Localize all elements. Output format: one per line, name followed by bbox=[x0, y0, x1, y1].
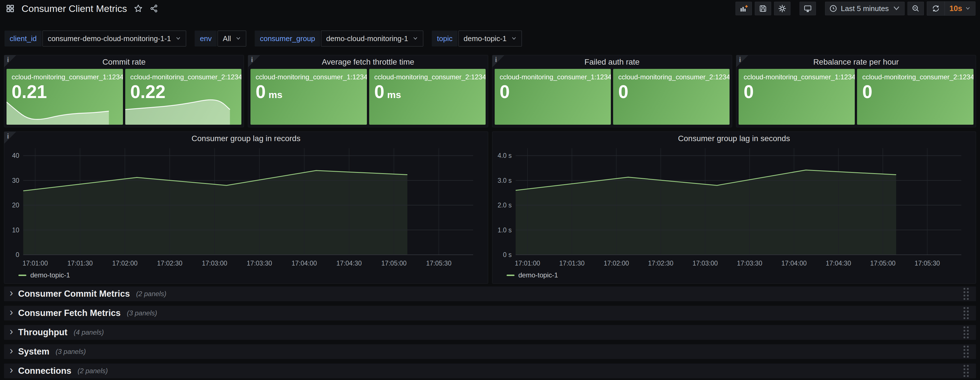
dashboard-row[interactable]: › System (3 panels) bbox=[4, 344, 976, 359]
chevron-right-icon: › bbox=[10, 347, 13, 355]
legend-series-label[interactable]: demo-topic-1 bbox=[30, 271, 70, 279]
save-dashboard-button[interactable] bbox=[755, 2, 771, 15]
zoom-out-icon bbox=[912, 4, 920, 13]
filter-consumer-group: consumer_group demo-cloud-monitoring-1 bbox=[255, 30, 423, 46]
chart-row: i Consumer group lag in records 01020304… bbox=[4, 132, 976, 284]
drag-handle-icon[interactable] bbox=[964, 288, 969, 300]
panel-info-corner[interactable] bbox=[492, 55, 504, 67]
stat-body: ccloud-monitoring_consumer_1:1234 0 cclo… bbox=[492, 69, 732, 127]
stat-tile: ccloud-monitoring_consumer_2:1234 0 ms bbox=[369, 69, 485, 125]
dashboard-row[interactable]: › Connections (2 panels) bbox=[4, 364, 976, 378]
stat-series-name: ccloud-monitoring_consumer_1:1234 bbox=[256, 73, 362, 81]
stat-value-number: 0 bbox=[744, 82, 754, 102]
chevron-right-icon: › bbox=[10, 328, 13, 336]
dashboard-title: Consumer Client Metrics bbox=[22, 3, 127, 14]
drag-handle-icon[interactable] bbox=[964, 365, 969, 377]
panel-header[interactable]: Commit rate bbox=[4, 55, 243, 69]
panel-header[interactable]: Rebalance rate per hour bbox=[737, 55, 976, 69]
dashboard-row[interactable]: › Consumer Commit Metrics (2 panels) bbox=[4, 286, 976, 301]
drag-handle-icon[interactable] bbox=[964, 326, 969, 338]
info-icon[interactable]: i bbox=[495, 56, 497, 64]
panel-title: Rebalance rate per hour bbox=[813, 57, 899, 67]
row-title: Consumer Commit Metrics bbox=[18, 289, 130, 299]
svg-text:17:04:00: 17:04:00 bbox=[781, 259, 807, 267]
filter-value-dropdown[interactable]: All bbox=[218, 30, 246, 46]
panel-info-corner[interactable] bbox=[4, 55, 16, 67]
add-panel-button[interactable] bbox=[735, 2, 752, 15]
svg-text:17:04:00: 17:04:00 bbox=[291, 259, 317, 267]
refresh-group: 10s bbox=[927, 2, 975, 16]
stat-value-number: 0 bbox=[256, 82, 266, 102]
filter-value-dropdown[interactable]: consumer-demo-cloud-monitoring-1-1 bbox=[43, 30, 186, 46]
sparkline bbox=[6, 99, 123, 125]
svg-text:17:05:00: 17:05:00 bbox=[870, 259, 896, 267]
chart-body: 01020304017:01:0017:01:3017:02:0017:02:3… bbox=[4, 145, 488, 283]
filter-value-dropdown[interactable]: demo-topic-1 bbox=[458, 30, 522, 46]
row-panel-count: (2 panels) bbox=[78, 367, 108, 375]
row-panel-count: (4 panels) bbox=[74, 328, 104, 336]
svg-text:17:01:00: 17:01:00 bbox=[22, 259, 48, 267]
panel-header[interactable]: Failed auth rate bbox=[492, 55, 732, 69]
info-icon[interactable]: i bbox=[739, 56, 741, 64]
filter-selected-value: demo-topic-1 bbox=[463, 34, 507, 43]
apps-grid-icon[interactable] bbox=[6, 4, 15, 13]
share-icon[interactable] bbox=[150, 4, 159, 13]
stat-value: 0 bbox=[744, 82, 850, 102]
drag-handle-icon[interactable] bbox=[964, 346, 969, 358]
panel-info-corner[interactable] bbox=[4, 132, 16, 144]
dashboard-settings-button[interactable] bbox=[774, 2, 791, 15]
timeseries-chart[interactable]: 0 s1.0 s2.0 s3.0 s4.0 s17:01:0017:01:301… bbox=[492, 145, 976, 270]
panel-info-corner[interactable] bbox=[737, 55, 748, 67]
stat-tile: ccloud-monitoring_consumer_2:1234 0.22 bbox=[125, 69, 242, 125]
timeseries-chart[interactable]: 01020304017:01:0017:01:3017:02:0017:02:3… bbox=[4, 145, 488, 270]
row-title: Consumer Fetch Metrics bbox=[18, 308, 121, 318]
dashboard-grid: i Commit rate ccloud-monitoring_consumer… bbox=[4, 55, 976, 378]
panel-header[interactable]: Average fetch throttle time bbox=[248, 55, 488, 69]
row-title: System bbox=[18, 347, 49, 357]
time-range-picker[interactable]: Last 5 minutes bbox=[825, 2, 905, 15]
stat-value: 0 bbox=[500, 82, 606, 102]
zoom-out-time-button[interactable] bbox=[907, 2, 924, 15]
dashboard-row[interactable]: › Throughput (4 panels) bbox=[4, 325, 976, 340]
chart-body: 0 s1.0 s2.0 s3.0 s4.0 s17:01:0017:01:301… bbox=[492, 145, 976, 283]
svg-text:17:05:00: 17:05:00 bbox=[381, 259, 407, 267]
stat-value: 0 bbox=[862, 82, 968, 102]
svg-text:17:04:30: 17:04:30 bbox=[336, 259, 362, 267]
dashboard-row[interactable]: › Consumer Fetch Metrics (3 panels) bbox=[4, 306, 976, 321]
stat-value-number: 0 bbox=[618, 82, 628, 102]
cycle-view-mode-button[interactable] bbox=[800, 2, 816, 15]
legend-series-label[interactable]: demo-topic-1 bbox=[519, 271, 558, 279]
filter-topic: topic demo-topic-1 bbox=[432, 30, 522, 46]
collapsed-rows: › Consumer Commit Metrics (2 panels) › C… bbox=[4, 286, 976, 378]
panel-title: Consumer group lag in seconds bbox=[678, 134, 790, 143]
svg-text:17:03:30: 17:03:30 bbox=[737, 259, 762, 267]
svg-text:17:02:00: 17:02:00 bbox=[112, 259, 138, 267]
navbar-actions: Last 5 minutes 10s bbox=[735, 2, 975, 16]
panel-header[interactable]: Consumer group lag in records bbox=[4, 132, 488, 145]
drag-handle-icon[interactable] bbox=[964, 307, 969, 319]
svg-text:17:03:00: 17:03:00 bbox=[202, 259, 228, 267]
chevron-right-icon: › bbox=[10, 366, 13, 374]
stat-panel: i Commit rate ccloud-monitoring_consumer… bbox=[4, 55, 244, 127]
stat-row: i Commit rate ccloud-monitoring_consumer… bbox=[4, 55, 976, 127]
svg-text:17:03:00: 17:03:00 bbox=[692, 259, 718, 267]
svg-text:10: 10 bbox=[12, 226, 19, 234]
stat-panel: i Rebalance rate per hour ccloud-monitor… bbox=[736, 55, 976, 127]
refresh-button[interactable] bbox=[927, 2, 945, 15]
panel-header[interactable]: Consumer group lag in seconds bbox=[492, 132, 976, 145]
svg-text:17:04:30: 17:04:30 bbox=[826, 259, 851, 267]
chevron-right-icon: › bbox=[10, 308, 13, 316]
filter-value-dropdown[interactable]: demo-cloud-monitoring-1 bbox=[321, 30, 423, 46]
refresh-interval-picker[interactable]: 10s bbox=[945, 2, 975, 15]
info-icon[interactable]: i bbox=[7, 133, 9, 140]
chevron-down-icon bbox=[965, 6, 970, 11]
star-icon[interactable] bbox=[134, 4, 143, 13]
stat-tile: ccloud-monitoring_consumer_2:1234 0 bbox=[613, 69, 730, 125]
filter-label: env bbox=[195, 30, 217, 46]
info-icon[interactable]: i bbox=[251, 56, 253, 64]
stat-value-unit: ms bbox=[387, 89, 401, 100]
svg-text:17:05:30: 17:05:30 bbox=[426, 259, 452, 267]
info-icon[interactable]: i bbox=[7, 56, 9, 64]
panel-info-corner[interactable] bbox=[248, 55, 260, 67]
svg-text:0 s: 0 s bbox=[503, 251, 512, 258]
